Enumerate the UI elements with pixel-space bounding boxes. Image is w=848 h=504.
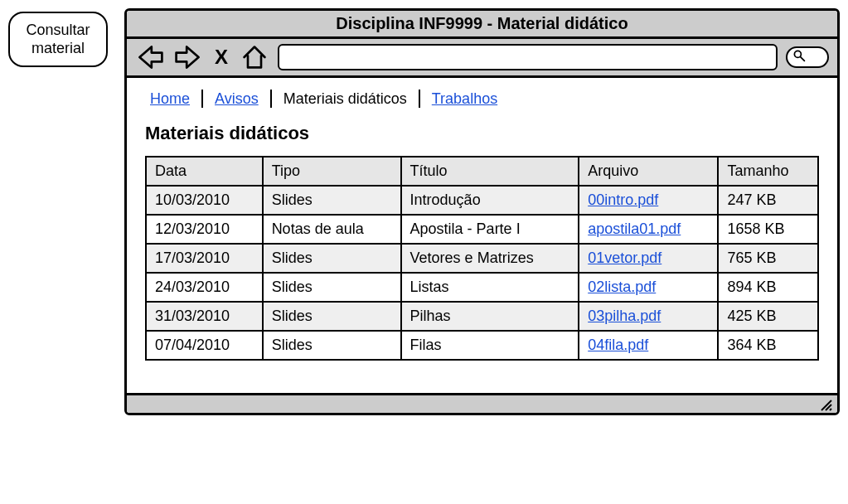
home-button[interactable] bbox=[240, 44, 269, 70]
cell-titulo: Apostila - Parte I bbox=[401, 215, 579, 244]
cell-titulo: Vetores e Matrizes bbox=[401, 244, 579, 273]
file-link[interactable]: 01vetor.pdf bbox=[588, 250, 661, 266]
window-title: Disciplina INF9999 - Material didático bbox=[127, 11, 837, 39]
cell-data: 10/03/2010 bbox=[146, 186, 263, 215]
cell-arquivo: 02lista.pdf bbox=[579, 273, 718, 302]
cell-tipo: Slides bbox=[263, 331, 401, 360]
materials-table: Data Tipo Título Arquivo Tamanho 10/03/2… bbox=[145, 156, 819, 361]
side-annotation-line2: material bbox=[31, 40, 85, 56]
table-row: 07/04/2010SlidesFilas04fila.pdf364 KB bbox=[146, 331, 818, 360]
cell-tamanho: 894 KB bbox=[718, 273, 818, 302]
site-nav: Home Avisos Materiais didáticos Trabalho… bbox=[145, 90, 819, 108]
table-row: 31/03/2010SlidesPilhas03pilha.pdf425 KB bbox=[146, 302, 818, 331]
cell-arquivo: 01vetor.pdf bbox=[579, 244, 718, 273]
col-header-arquivo: Arquivo bbox=[579, 157, 718, 186]
table-row: 10/03/2010SlidesIntrodução00intro.pdf247… bbox=[146, 186, 818, 215]
back-button[interactable] bbox=[135, 44, 165, 70]
cell-titulo: Pilhas bbox=[401, 302, 579, 331]
cell-data: 24/03/2010 bbox=[146, 273, 263, 302]
table-row: 17/03/2010SlidesVetores e Matrizes01veto… bbox=[146, 244, 818, 273]
browser-toolbar: X bbox=[127, 39, 837, 78]
file-link[interactable]: 04fila.pdf bbox=[588, 337, 648, 353]
col-header-titulo: Título bbox=[401, 157, 579, 186]
cell-data: 31/03/2010 bbox=[146, 302, 263, 331]
nav-link-trabalhos[interactable]: Trabalhos bbox=[427, 90, 502, 108]
cell-titulo: Filas bbox=[401, 331, 579, 360]
file-link[interactable]: apostila01.pdf bbox=[588, 220, 681, 237]
cell-tamanho: 1658 KB bbox=[718, 215, 818, 244]
stop-button[interactable]: X bbox=[211, 46, 231, 69]
forward-button[interactable] bbox=[173, 44, 203, 70]
status-bar bbox=[127, 393, 837, 413]
page-heading: Materiais didáticos bbox=[145, 123, 819, 144]
side-annotation: Consultar material bbox=[8, 12, 108, 67]
nav-link-materiais: Materiais didáticos bbox=[279, 90, 412, 108]
cell-tipo: Slides bbox=[263, 302, 401, 331]
nav-separator bbox=[201, 90, 203, 108]
cell-titulo: Introdução bbox=[401, 186, 579, 215]
resize-grip-icon[interactable] bbox=[819, 398, 832, 411]
cell-tamanho: 765 KB bbox=[718, 244, 818, 273]
col-header-tamanho: Tamanho bbox=[718, 157, 818, 186]
file-link[interactable]: 00intro.pdf bbox=[588, 191, 658, 208]
table-row: 12/03/2010Notas de aulaApostila - Parte … bbox=[146, 215, 818, 244]
cell-tipo: Slides bbox=[263, 244, 401, 273]
cell-arquivo: apostila01.pdf bbox=[579, 215, 718, 244]
cell-tipo: Slides bbox=[263, 186, 401, 215]
cell-arquivo: 03pilha.pdf bbox=[579, 302, 718, 331]
browser-window: Disciplina INF9999 - Material didático X bbox=[124, 8, 840, 415]
cell-tipo: Slides bbox=[263, 273, 401, 302]
nav-link-home[interactable]: Home bbox=[145, 90, 195, 108]
svg-line-1 bbox=[801, 57, 805, 61]
page-content: Home Avisos Materiais didáticos Trabalho… bbox=[127, 78, 837, 393]
table-header-row: Data Tipo Título Arquivo Tamanho bbox=[146, 157, 818, 186]
col-header-data: Data bbox=[146, 157, 263, 186]
cell-titulo: Listas bbox=[401, 273, 579, 302]
cell-arquivo: 00intro.pdf bbox=[579, 186, 718, 215]
search-button[interactable] bbox=[786, 46, 829, 68]
svg-line-4 bbox=[830, 409, 831, 410]
cell-tamanho: 425 KB bbox=[718, 302, 818, 331]
file-link[interactable]: 02lista.pdf bbox=[588, 279, 656, 295]
cell-arquivo: 04fila.pdf bbox=[579, 331, 718, 360]
nav-link-avisos[interactable]: Avisos bbox=[210, 90, 264, 108]
cell-data: 17/03/2010 bbox=[146, 244, 263, 273]
side-annotation-line1: Consultar bbox=[26, 22, 90, 38]
nav-separator bbox=[419, 90, 420, 108]
cell-tipo: Notas de aula bbox=[263, 215, 401, 244]
cell-tamanho: 247 KB bbox=[718, 186, 818, 215]
address-bar[interactable] bbox=[278, 44, 778, 70]
file-link[interactable]: 03pilha.pdf bbox=[588, 308, 661, 324]
cell-tamanho: 364 KB bbox=[718, 331, 818, 360]
search-icon bbox=[792, 49, 806, 65]
cell-data: 12/03/2010 bbox=[146, 215, 263, 244]
col-header-tipo: Tipo bbox=[263, 157, 401, 186]
cell-data: 07/04/2010 bbox=[146, 331, 263, 360]
table-row: 24/03/2010SlidesListas02lista.pdf894 KB bbox=[146, 273, 818, 302]
close-icon: X bbox=[215, 46, 228, 68]
nav-separator bbox=[270, 90, 272, 108]
